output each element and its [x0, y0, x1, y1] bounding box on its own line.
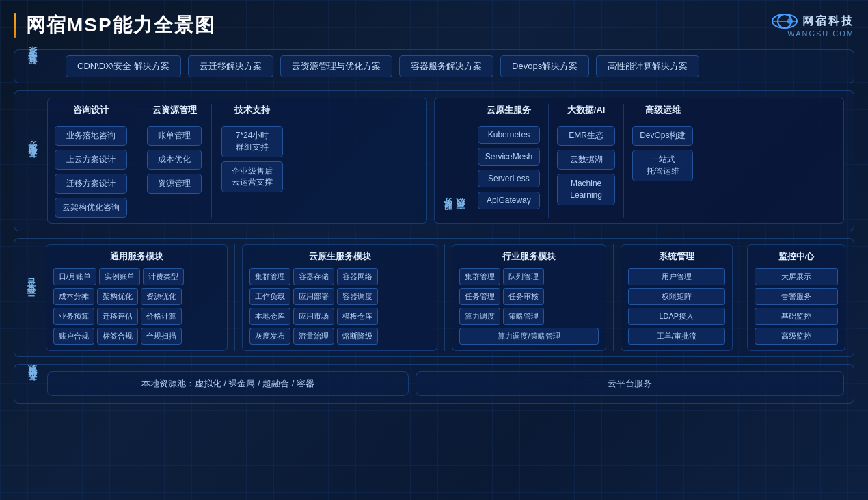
gen-row-2: 业务预算 迁移评估 价格计算	[53, 308, 220, 325]
monitor-item-2[interactable]: 基础监控	[755, 308, 838, 325]
cn-item-21[interactable]: 应用市场	[293, 308, 334, 325]
monitor-center-title: 监控中心	[755, 250, 838, 263]
infra-local-text: 本地资源池：虚拟化 / 裸金属 / 超融合 / 容器	[141, 378, 315, 390]
cn-item-22[interactable]: 模板仓库	[337, 308, 378, 325]
advanced-label: 高级 服务	[442, 104, 466, 218]
cn-item-11[interactable]: 应用部署	[293, 288, 334, 305]
bigdata-item-2[interactable]: MachineLearning	[557, 174, 615, 205]
cloud-native-item-2[interactable]: ServerLess	[478, 170, 540, 187]
adv-divider	[472, 104, 472, 218]
cloud-native-item-3[interactable]: ApiGateway	[478, 192, 540, 209]
brand-name: 网宿科技	[802, 14, 854, 29]
cloud-resource-item-0[interactable]: 账单管理	[147, 126, 202, 146]
sys-item-3[interactable]: 工单/审批流	[628, 328, 725, 345]
ops-item-1[interactable]: 一站式托管运维	[632, 150, 693, 181]
industry-service-module: 行业服务模块 集群管理 队列管理 任务管理 任务审核 算力调度 策略管理	[452, 244, 606, 351]
cn-row-0: 集群管理 容器存储 容器网络	[249, 268, 430, 285]
consulting-item-1[interactable]: 上云方案设计	[55, 150, 127, 170]
solution-item-1[interactable]: CDN\DX\安全 解决方案	[66, 55, 181, 77]
cn-item-12[interactable]: 容器调度	[337, 288, 378, 305]
general-service-title: 通用服务模块	[53, 250, 220, 263]
gen-item-11[interactable]: 架构优化	[97, 288, 138, 305]
advanced-groups: 云原生服务 Kubernetes ServiceMesh ServerLess …	[478, 104, 837, 218]
cloud-native-group: 云原生服务 Kubernetes ServiceMesh ServerLess …	[478, 104, 540, 218]
ind-item-00[interactable]: 集群管理	[459, 268, 500, 285]
ind-item-10[interactable]: 任务管理	[459, 288, 500, 305]
ind-item-21[interactable]: 策略管理	[503, 308, 544, 325]
advanced-ops-title: 高级运维	[645, 104, 681, 116]
ind-row-2: 算力调度 策略管理	[459, 308, 598, 325]
divider-2	[211, 104, 212, 218]
svg-point-3	[787, 18, 793, 24]
solution-item-5[interactable]: Devops解决方案	[500, 55, 589, 77]
infra-cloud-text: 云平台服务	[608, 378, 652, 390]
cn-item-00[interactable]: 集群管理	[249, 268, 290, 285]
bigdata-item-1[interactable]: 云数据湖	[557, 150, 615, 170]
sys-item-0[interactable]: 用户管理	[628, 268, 725, 285]
cn-item-02[interactable]: 容器网络	[337, 268, 378, 285]
cn-item-10[interactable]: 工作负载	[249, 288, 290, 305]
solution-item-3[interactable]: 云资源管理与优化方案	[280, 55, 392, 77]
gen-item-22[interactable]: 价格计算	[141, 308, 182, 325]
cp-div-1	[234, 244, 235, 351]
gen-item-10[interactable]: 成本分摊	[53, 288, 94, 305]
gen-item-21[interactable]: 迁移评估	[97, 308, 138, 325]
ind-item-01[interactable]: 队列管理	[503, 268, 544, 285]
cn-row-2: 本地仓库 应用市场 模板仓库	[249, 308, 430, 325]
header-left: 网宿MSP能力全景图	[14, 12, 215, 38]
system-management-module: 系统管理 用户管理 权限矩阵 LDAP接入 工单/审批流	[621, 244, 733, 351]
consulting-item-2[interactable]: 迁移方案设计	[55, 174, 127, 194]
cloud-platform-section: 云管平台 通用服务模块 日/月账单 实例账单 计费类型 成本分摊 架构优化 资源…	[14, 238, 854, 357]
ind-item-11[interactable]: 任务审核	[503, 288, 544, 305]
gen-item-32[interactable]: 合规扫描	[141, 328, 182, 345]
bigdata-ai-group: 大数据/AI EMR生态 云数据湖 MachineLearning	[557, 104, 615, 218]
tech-support-item-0[interactable]: 7*24小时群组支持	[221, 126, 283, 157]
monitor-item-0[interactable]: 大屏展示	[755, 268, 838, 285]
industry-service-items: 集群管理 队列管理 任务管理 任务审核 算力调度 策略管理 算力调度/策略管理	[459, 268, 598, 345]
gen-item-12[interactable]: 资源优化	[141, 288, 182, 305]
cloud-platform-content: 通用服务模块 日/月账单 实例账单 计费类型 成本分摊 架构优化 资源优化 业务…	[46, 244, 845, 351]
cn-item-01[interactable]: 容器存储	[293, 268, 334, 285]
brand-top: 网宿科技	[771, 13, 854, 29]
cloud-native-service-items: 集群管理 容器存储 容器网络 工作负载 应用部署 容器调度 本地仓库 应用市场 …	[249, 268, 430, 345]
cloud-native-item-0[interactable]: Kubernetes	[478, 126, 540, 144]
solution-item-4[interactable]: 容器服务解决方案	[399, 55, 493, 77]
ind-item-20[interactable]: 算力调度	[459, 308, 500, 325]
adv-div-1	[548, 104, 549, 218]
cn-item-31[interactable]: 流量治理	[293, 328, 334, 345]
tech-support-item-1[interactable]: 企业级售后云运营支撑	[221, 161, 283, 193]
gen-row-0: 日/月账单 实例账单 计费类型	[53, 268, 220, 285]
monitor-item-3[interactable]: 高级监控	[755, 328, 838, 345]
solution-item-2[interactable]: 云迁移解决方案	[188, 55, 273, 77]
sys-item-2[interactable]: LDAP接入	[628, 308, 725, 325]
ind-item-30[interactable]: 算力调度/策略管理	[459, 328, 598, 345]
header: 网宿MSP能力全景图 网宿科技 WANGSU.COM	[14, 12, 854, 38]
system-management-title: 系统管理	[628, 250, 725, 263]
consulting-title: 咨询设计	[73, 104, 109, 116]
consulting-item-3[interactable]: 云架构优化咨询	[55, 198, 127, 218]
gen-item-01[interactable]: 实例账单	[99, 268, 140, 285]
gen-item-02[interactable]: 计费类型	[143, 268, 184, 285]
solution-item-6[interactable]: 高性能计算解决方案	[596, 55, 699, 77]
sys-item-1[interactable]: 权限矩阵	[628, 288, 725, 305]
cp-div-2	[444, 244, 445, 351]
consulting-item-0[interactable]: 业务落地咨询	[55, 126, 127, 146]
gen-item-20[interactable]: 业务预算	[53, 308, 94, 325]
basic-services-box: 咨询设计 业务落地咨询 上云方案设计 迁移方案设计 云架构优化咨询 云资源管理 …	[47, 98, 427, 224]
cn-item-32[interactable]: 熔断降级	[337, 328, 378, 345]
cloud-resource-item-2[interactable]: 资源管理	[147, 174, 202, 194]
gen-row-1: 成本分摊 架构优化 资源优化	[53, 288, 220, 305]
cloud-native-item-1[interactable]: ServiceMesh	[478, 148, 540, 166]
monitor-item-1[interactable]: 告警服务	[755, 288, 838, 305]
cloud-resource-group: 云资源管理 账单管理 成本优化 资源管理	[147, 104, 202, 218]
bigdata-item-0[interactable]: EMR生态	[557, 126, 615, 146]
gen-item-31[interactable]: 标签合规	[97, 328, 138, 345]
cloud-resource-item-1[interactable]: 成本优化	[147, 150, 202, 170]
cn-item-30[interactable]: 灰度发布	[249, 328, 290, 345]
adv-div-2	[623, 104, 624, 218]
gen-item-00[interactable]: 日/月账单	[53, 268, 96, 285]
gen-item-30[interactable]: 账户合规	[53, 328, 94, 345]
ops-item-0[interactable]: DevOps构建	[632, 126, 693, 146]
cn-item-20[interactable]: 本地仓库	[249, 308, 290, 325]
solution-divider	[53, 55, 53, 77]
